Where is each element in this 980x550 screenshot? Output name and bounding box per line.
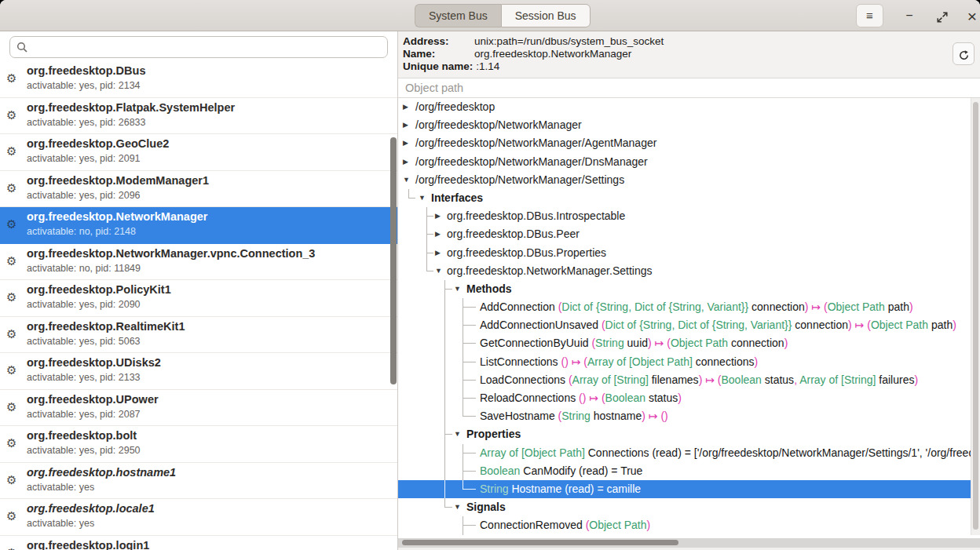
service-name: org.freedesktop.NetworkManager xyxy=(27,210,207,223)
tree-row-path[interactable]: ▼/org/freedesktop/NetworkManager/Setting… xyxy=(398,171,971,189)
service-name: org.freedesktop.GeoClue2 xyxy=(27,137,169,150)
segment-punct: ) xyxy=(646,519,650,531)
service-row[interactable]: ⚙org.freedesktop.boltactivatable: yes, p… xyxy=(0,426,397,463)
refresh-button[interactable] xyxy=(953,42,975,65)
expander-closed-icon[interactable]: ▶ xyxy=(403,116,408,134)
expander-closed-icon[interactable]: ▶ xyxy=(435,244,441,262)
service-row[interactable]: ⚙org.freedesktop.UDisks2activatable: yes… xyxy=(0,353,397,390)
sidebar-scrollbar[interactable] xyxy=(390,137,397,384)
segment-name: LoadConnections xyxy=(480,373,569,386)
segment-name: ConnectionRemoved xyxy=(480,519,586,531)
maximize-button[interactable] xyxy=(930,4,955,27)
tree-guide-line xyxy=(426,234,433,235)
tree-guide-line xyxy=(463,489,476,490)
tree-row-member[interactable]: AddConnectionUnsaved (Dict of {String, D… xyxy=(398,316,971,334)
expander-open-icon[interactable]: ▼ xyxy=(435,262,442,280)
expander-open-icon[interactable]: ▼ xyxy=(419,189,426,207)
expander-closed-icon[interactable]: ▶ xyxy=(435,225,441,243)
tree-row-member[interactable]: ConnectionRemoved (Object Path) xyxy=(398,516,971,534)
tree-vertical-scrollbar[interactable] xyxy=(971,98,980,535)
search-input[interactable] xyxy=(32,38,382,56)
tree-row-label: /org/freedesktop/NetworkManager/DnsManag… xyxy=(415,153,648,171)
service-detail: activatable: yes, pid: 2090 xyxy=(27,299,141,310)
tree-row-label: LoadConnections (Array of [String] filen… xyxy=(480,371,918,389)
tree-row-section[interactable]: ▼Signals xyxy=(398,498,971,516)
service-row[interactable]: ⚙org.freedesktop.RealtimeKit1activatable… xyxy=(0,317,397,354)
expander-closed-icon[interactable]: ▶ xyxy=(403,153,408,171)
service-row[interactable]: ⚙org.freedesktop.DBusactivatable: yes, p… xyxy=(0,61,397,98)
service-row[interactable]: ⚙org.freedesktop.Flatpak.SystemHelperact… xyxy=(0,98,397,135)
tree-row-label: GetConnectionByUuid (String uuid) ↦ (Obj… xyxy=(480,334,788,352)
expander-closed-icon[interactable]: ▶ xyxy=(403,134,408,152)
tree-row-member[interactable]: GetConnectionByUuid (String uuid) ↦ (Obj… xyxy=(398,334,971,352)
tree-guide-line xyxy=(426,216,433,217)
tree-row-section[interactable]: ▼Interfaces xyxy=(398,189,971,207)
gear-icon: ⚙ xyxy=(6,327,16,341)
tree-row-path[interactable]: ▶/org/freedesktop/NetworkManager xyxy=(398,116,971,134)
segment-name: ReloadConnections xyxy=(480,392,579,404)
unique-name-label: Unique name: xyxy=(403,60,473,73)
tree-row-member[interactable]: ListConnections () ↦ (Array of [Object P… xyxy=(398,353,971,371)
address-value: unix:path=/run/dbus/system_bus_socket xyxy=(474,35,664,47)
segment-plain: Hostname (read) = camille xyxy=(509,483,641,495)
tree-row-member[interactable]: ReloadConnections () ↦ (Boolean status) xyxy=(398,389,971,407)
tree-row-member[interactable]: LoadConnections (Array of [String] filen… xyxy=(398,371,971,389)
expander-open-icon[interactable]: ▼ xyxy=(454,425,461,443)
hamburger-icon: ≡ xyxy=(866,9,873,22)
tree-row-path[interactable]: ▶/org/freedesktop/NetworkManager/DnsMana… xyxy=(398,153,971,171)
tree-row-section[interactable]: ▼Methods xyxy=(398,280,971,298)
titlebar[interactable]: System Bus Session Bus ≡ − × xyxy=(0,0,980,31)
tree-row-member[interactable]: String Hostname (read) = camille xyxy=(398,480,971,498)
service-name: org.freedesktop.Flatpak.SystemHelper xyxy=(27,101,235,114)
tab-system-bus[interactable]: System Bus xyxy=(415,4,501,27)
tree-row-member[interactable]: Boolean CanModify (read) = True xyxy=(398,462,971,480)
tree-row-iface[interactable]: ▶org.freedesktop.DBus.Peer xyxy=(398,225,971,243)
tree-row-label: Methods xyxy=(466,280,512,298)
service-row[interactable]: ⚙org.freedesktop.locale1activatable: yes xyxy=(0,499,397,536)
search-box[interactable] xyxy=(9,36,388,58)
expander-closed-icon[interactable]: ▶ xyxy=(403,98,408,116)
tree-row-iface[interactable]: ▶org.freedesktop.DBus.Introspectable xyxy=(398,207,971,225)
tree-row-member[interactable]: Array of [Object Path] Connections (read… xyxy=(398,444,971,462)
service-row[interactable]: ⚙org.freedesktop.hostname1activatable: y… xyxy=(0,463,397,500)
segment-plain: failures xyxy=(876,373,914,386)
object-path-input[interactable] xyxy=(398,78,964,97)
tree-vertical-scrollbar-thumb[interactable] xyxy=(973,102,978,530)
tree-row-iface[interactable]: ▶org.freedesktop.DBus.Properties xyxy=(398,244,971,262)
tab-session-bus[interactable]: Session Bus xyxy=(501,4,591,27)
close-button[interactable]: × xyxy=(960,4,980,27)
gear-icon: ⚙ xyxy=(6,71,16,86)
tree-row-member[interactable]: SaveHostname (String hostname) ↦ () xyxy=(398,407,971,425)
segment-type: Object Path xyxy=(671,337,728,349)
service-detail: activatable: yes, pid: 5063 xyxy=(27,336,141,347)
menu-button[interactable]: ≡ xyxy=(856,4,883,27)
tree-row-member[interactable]: AddConnection (Dict of {String, Dict of … xyxy=(398,298,971,316)
minimize-icon: − xyxy=(905,9,912,22)
service-row[interactable]: ⚙org.freedesktop.NetworkManager.vpnc.Con… xyxy=(0,244,397,281)
service-row[interactable]: ⚙org.freedesktop.UPoweractivatable: yes,… xyxy=(0,390,397,427)
segment-punct: () xyxy=(660,410,667,422)
segment-type: Dict of {String, Dict of {String, Varian… xyxy=(561,300,748,313)
segment-punct: () xyxy=(561,355,569,368)
tree-row-path[interactable]: ▶/org/freedesktop/NetworkManager/AgentMa… xyxy=(398,134,971,152)
segment-plain: CanModify (read) = True xyxy=(520,464,642,477)
gear-icon: ⚙ xyxy=(6,144,16,158)
segment-plain: connections xyxy=(693,355,755,368)
tree-horizontal-scrollbar[interactable] xyxy=(398,538,980,548)
service-row[interactable]: ⚙org.freedesktop.ModemManager1activatabl… xyxy=(0,171,397,208)
service-row[interactable]: ⚙org.freedesktop.PolicyKit1activatable: … xyxy=(0,280,397,317)
tree-row-path[interactable]: ▶/org/freedesktop xyxy=(398,98,971,116)
expander-open-icon[interactable]: ▼ xyxy=(454,498,461,516)
segment-punct: ) xyxy=(784,337,788,349)
service-sidebar: ⚙org.freedesktop.DBusactivatable: yes, p… xyxy=(0,31,397,550)
expander-closed-icon[interactable]: ▶ xyxy=(435,207,441,225)
minimize-button[interactable]: − xyxy=(897,4,922,27)
expander-open-icon[interactable]: ▼ xyxy=(403,171,410,189)
tree-row-iface[interactable]: ▼org.freedesktop.NetworkManager.Settings xyxy=(398,262,971,280)
service-row[interactable]: ⚙org.freedesktop.GeoClue2activatable: ye… xyxy=(0,134,397,171)
service-row[interactable]: ⚙org.freedesktop.NetworkManageractivatab… xyxy=(0,207,397,244)
tree-horizontal-scrollbar-thumb[interactable] xyxy=(402,540,678,545)
service-row[interactable]: ⚙org.freedesktop.login1 xyxy=(0,536,397,550)
tree-row-section[interactable]: ▼Properties xyxy=(398,425,971,443)
expander-open-icon[interactable]: ▼ xyxy=(454,280,461,298)
